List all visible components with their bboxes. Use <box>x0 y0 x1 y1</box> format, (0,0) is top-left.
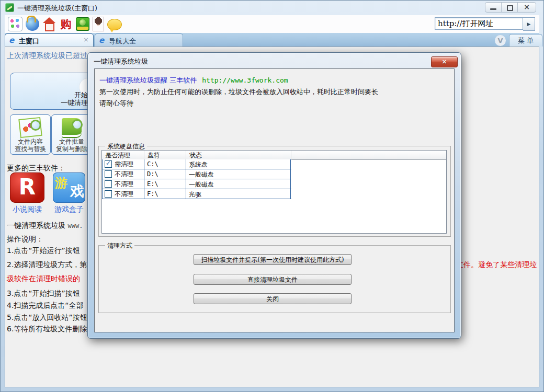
label-line: 查找与替换 <box>10 145 50 153</box>
checkbox-unchecked[interactable] <box>105 180 112 188</box>
novel-reader-app-icon[interactable]: R <box>10 172 44 203</box>
dialog-note-line1: 第一次使用时，为防止任何可能的误删除，垃圾文件会被放入回收站中，耗时比正常时间要… <box>99 87 378 97</box>
more-software-title: 更多的三丰软件： <box>7 164 65 173</box>
dialog-note-line2: 请耐心等待 <box>99 99 133 108</box>
lock-search-icon[interactable] <box>26 17 39 31</box>
instruction-step-5: 5.点击“放入回收站”按钮 <box>7 313 87 322</box>
dialog-title: 一键清理系统垃圾 <box>94 57 148 66</box>
close-icon: × <box>441 58 447 65</box>
warning-text-fragment-left: 圾软件在清理时错误的 <box>7 274 80 284</box>
tool-button-label: 文件内容 查找与替换 <box>10 138 50 153</box>
table-row[interactable]: 不清理 D:\ 一般磁盘 <box>103 169 291 179</box>
status-cell: 一般磁盘 <box>186 179 291 189</box>
clean-cell: ✓ 需清理 <box>103 159 144 169</box>
arrow-right-icon: ▶ <box>527 21 531 27</box>
home-icon[interactable] <box>42 17 56 31</box>
drive-cell: E:\ <box>144 179 186 189</box>
clean-cell: 不清理 <box>103 169 144 179</box>
instruction-step-4: 4.扫描完成后点击“全部 <box>7 301 84 310</box>
instruction-step-6: 6.等待所有垃圾文件删除 <box>7 325 87 334</box>
url-bar: ▶ <box>435 17 535 31</box>
dialog-body: 一键清理系统垃圾提醒 三丰软件 http://www.3fwork.com 第一… <box>94 68 455 332</box>
instruction-step-1: 1.点击“开始运行”按钮 <box>7 246 80 256</box>
column-header-clean[interactable]: 是否清理 <box>102 151 144 159</box>
close-dialog-button[interactable]: 关闭 <box>194 293 352 304</box>
instruction-step-2: 2.选择清理垃圾方式，第 <box>7 260 87 270</box>
game-box-app-icon[interactable]: 游 戏 <box>53 172 85 203</box>
chat-bubble-icon[interactable] <box>107 19 122 30</box>
file-batch-copy-delete-button[interactable]: 文件批量 复制与删除 <box>51 114 92 155</box>
check-icon: ✓ <box>106 159 111 167</box>
clean-cell: 不清理 <box>103 179 144 189</box>
clean-label: 不清理 <box>115 170 133 179</box>
file-content-replace-button[interactable]: 文件内容 查找与替换 <box>10 114 51 155</box>
minimize-icon <box>490 8 496 10</box>
listview-rows: ✓ 需清理 C:\ 系统盘 不清理 D:\ 一般磁盘 <box>102 159 291 199</box>
product-url-fragment: www. <box>67 222 83 229</box>
table-row[interactable]: ✓ 需清理 C:\ 系统盘 <box>103 159 291 169</box>
broom-app-icon <box>5 3 14 12</box>
url-go-button[interactable]: ▶ <box>523 17 535 31</box>
column-header-drive[interactable]: 盘符 <box>144 151 186 159</box>
tab-label: 导航大全 <box>109 37 136 46</box>
status-cell: 一般磁盘 <box>186 169 291 179</box>
window-controls: × <box>485 2 536 13</box>
status-cell: 光驱 <box>186 189 291 199</box>
restore-button[interactable] <box>502 3 518 12</box>
clean-method-group: 清理方式 扫描垃圾文件并提示(第一次使用时建议使用此方式) 直接清理垃圾文件 关… <box>98 245 451 313</box>
instructions-title: 操作说明： <box>7 235 43 244</box>
document-magnifier-icon <box>18 117 42 138</box>
tab-close-icon[interactable]: × <box>83 36 89 43</box>
product-line: 一键清理系统垃圾 www. <box>7 221 83 230</box>
label-line: 复制与删除 <box>52 145 92 153</box>
book-magnifier-icon <box>62 118 82 137</box>
url-input[interactable] <box>435 17 523 30</box>
checkbox-checked[interactable]: ✓ <box>105 160 112 168</box>
drive-cell: D:\ <box>144 169 186 179</box>
collapse-v-button[interactable]: V <box>495 35 506 46</box>
tab-navigation[interactable]: e 导航大全 <box>95 33 183 47</box>
tab-bar: e 主窗口 × e 导航大全 V 菜 单 <box>5 33 539 47</box>
drive-cell: F:\ <box>144 189 186 199</box>
checkbox-unchecked[interactable] <box>105 170 112 178</box>
disk-listview: 是否清理 盘符 状态 ✓ 需清理 C:\ 系统盘 <box>101 150 447 234</box>
disk-info-group: 系统硬盘信息 是否清理 盘符 状态 ✓ 需清理 C:\ 系统盘 <box>98 146 451 237</box>
checkbox-unchecked[interactable] <box>105 190 112 198</box>
menu-button[interactable]: 菜 单 <box>509 34 542 47</box>
label-line: 文件内容 <box>10 138 50 145</box>
ie-icon: e <box>9 36 14 45</box>
dialog-close-button[interactable]: × <box>431 56 458 67</box>
title-bar: 一键清理系统垃圾(主窗口) × <box>1 1 543 15</box>
method-group-title: 清理方式 <box>105 241 134 250</box>
novel-reader-link[interactable]: 小说阅读 <box>6 205 48 214</box>
direct-clean-button[interactable]: 直接清理垃圾文件 <box>194 274 352 285</box>
label-line: 文件批量 <box>52 138 92 145</box>
window-title: 一键清理系统垃圾(主窗口) <box>17 4 97 13</box>
clean-label: 需清理 <box>115 160 133 169</box>
clean-label: 不清理 <box>115 190 133 199</box>
game-glyph-2: 戏 <box>70 182 84 201</box>
clean-label: 不清理 <box>115 180 133 189</box>
ie-icon: e <box>99 36 104 45</box>
game-box-link[interactable]: 游戏盒子 <box>48 205 90 214</box>
scan-and-prompt-button[interactable]: 扫描垃圾文件并提示(第一次使用时建议使用此方式) <box>194 254 352 265</box>
dialog-heading: 一键清理系统垃圾提醒 三丰软件 http://www.3fwork.com <box>99 76 288 85</box>
instruction-step-3: 3.点击“开始扫描”按钮 <box>7 289 80 298</box>
photo-icon[interactable] <box>93 17 104 31</box>
shopping-icon[interactable]: 购 <box>59 17 73 31</box>
game-glyph-1: 游 <box>55 175 67 191</box>
restore-icon <box>507 5 513 11</box>
column-header-status[interactable]: 状态 <box>186 151 291 159</box>
minimize-button[interactable] <box>485 3 502 12</box>
game-plant-icon[interactable] <box>76 17 89 31</box>
tab-label: 主窗口 <box>19 37 39 46</box>
table-row[interactable]: 不清理 F:\ 光驱 <box>103 189 291 199</box>
column-header-empty <box>291 151 446 159</box>
close-icon: × <box>518 3 536 12</box>
notes-icon[interactable] <box>8 17 22 31</box>
website-link[interactable]: http://www.3fwork.com <box>202 76 288 84</box>
table-row[interactable]: 不清理 E:\ 一般磁盘 <box>103 179 291 189</box>
tab-main-window[interactable]: e 主窗口 × <box>5 33 94 47</box>
warning-text-fragment-right: 文件。避免了某些清理垃 <box>456 260 537 270</box>
close-button[interactable]: × <box>518 3 536 12</box>
